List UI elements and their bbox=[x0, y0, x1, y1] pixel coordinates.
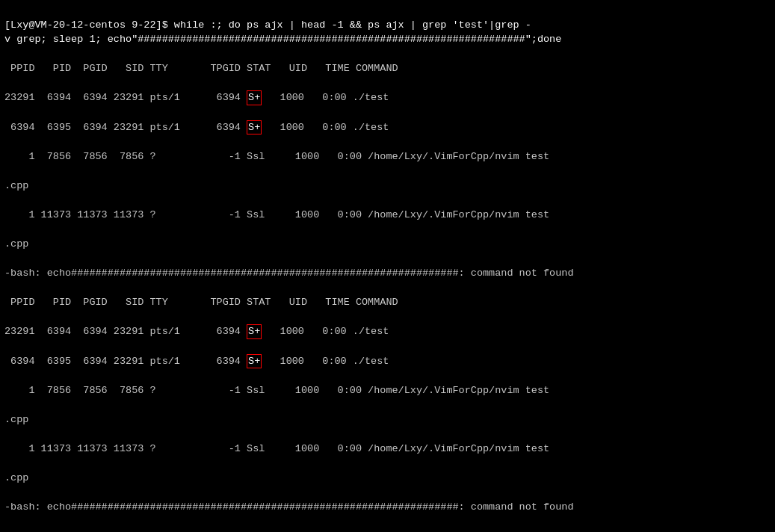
prompt-line: [Lxy@VM-20-12-centos 9-22]$ while :; do … bbox=[4, 18, 771, 47]
stat-badge-sp4: S+ bbox=[247, 354, 262, 369]
terminal-window: [Lxy@VM-20-12-centos 9-22]$ while :; do … bbox=[4, 3, 771, 532]
header-row-1: PPID PID PGID SID TTY TPGID STAT UID TIM… bbox=[4, 61, 771, 76]
process-row: 23291 6394 6394 23291 pts/1 6394 S+ 1000… bbox=[4, 90, 771, 105]
process-row-cont: .cpp bbox=[4, 237, 771, 252]
process-row: 6394 6395 6394 23291 pts/1 6394 S+ 1000 … bbox=[4, 120, 771, 135]
header-row-2: PPID PID PGID SID TTY TPGID STAT UID TIM… bbox=[4, 295, 771, 310]
header-row-3: PPID PID PGID SID TTY TPGID STAT UID TIM… bbox=[4, 529, 771, 532]
stat-badge-sp3: S+ bbox=[247, 324, 262, 339]
process-row-cont: .cpp bbox=[4, 179, 771, 194]
stat-badge-sp1: S+ bbox=[247, 90, 262, 105]
process-row: 23291 6394 6394 23291 pts/1 6394 S+ 1000… bbox=[4, 324, 771, 339]
bash-error-1: -bash: echo#############################… bbox=[4, 266, 771, 281]
process-row: 1 7856 7856 7856 ? -1 Ssl 1000 0:00 /hom… bbox=[4, 383, 771, 398]
process-row: 1 11373 11373 11373 ? -1 Ssl 1000 0:00 /… bbox=[4, 442, 771, 457]
process-row: 1 11373 11373 11373 ? -1 Ssl 1000 0:00 /… bbox=[4, 208, 771, 223]
process-row-cont: .cpp bbox=[4, 412, 771, 427]
process-row: 6394 6395 6394 23291 pts/1 6394 S+ 1000 … bbox=[4, 354, 771, 369]
bash-error-2: -bash: echo#############################… bbox=[4, 500, 771, 515]
process-row-cont: .cpp bbox=[4, 471, 771, 486]
stat-badge-sp2: S+ bbox=[247, 120, 262, 135]
process-row: 1 7856 7856 7856 ? -1 Ssl 1000 0:00 /hom… bbox=[4, 149, 771, 164]
